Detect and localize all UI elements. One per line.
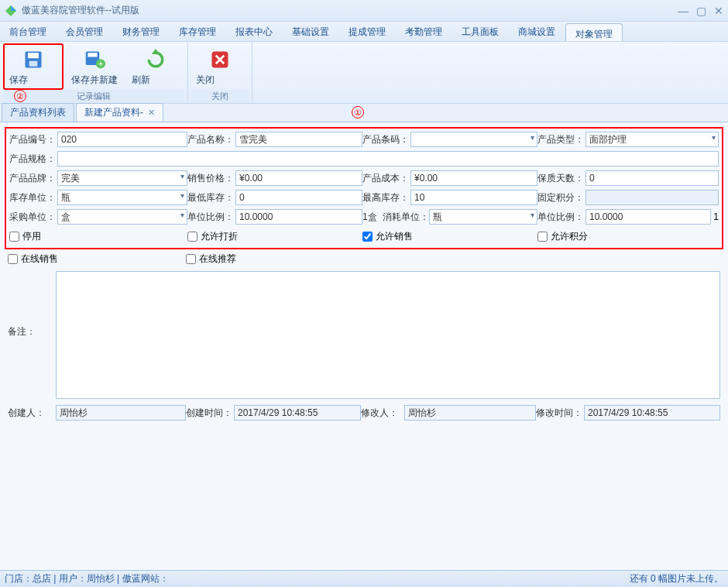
titlebar: 傲蓝美容院管理软件--试用版 — ▢ ✕ xyxy=(0,0,728,22)
modifier-label: 修改人： xyxy=(361,407,404,420)
creator-label: 创建人： xyxy=(8,407,56,420)
menu-basic[interactable]: 基础设置 xyxy=(283,22,339,41)
stock-unit-label: 库存单位： xyxy=(9,191,57,204)
allow-points-label: 允许积分 xyxy=(551,230,588,243)
status-left: 门店：总店 | 用户：周怡杉 | 傲蓝网站： xyxy=(5,572,169,585)
app-icon xyxy=(5,5,17,17)
refresh-icon xyxy=(143,47,168,72)
disabled-checkbox[interactable]: 停用 xyxy=(9,230,41,243)
highlighted-form-section: 产品编号： 产品名称： 产品条码： 产品类型： 产品规格： 产品品牌： 销售价格… xyxy=(5,127,723,249)
tab-product-list[interactable]: 产品资料列表 xyxy=(2,103,74,122)
allow-sale-checkbox[interactable]: 允许销售 xyxy=(362,230,413,243)
menu-object[interactable]: 对象管理 xyxy=(565,23,623,41)
save-new-label: 保存并新建 xyxy=(71,74,119,87)
purchase-unit-select[interactable] xyxy=(57,209,187,225)
barcode-label: 产品条码： xyxy=(362,133,410,146)
stock-unit-select[interactable] xyxy=(57,190,187,205)
remarks-textarea[interactable] xyxy=(56,271,720,399)
barcode-input[interactable] xyxy=(410,132,537,147)
product-name-input[interactable] xyxy=(235,132,362,147)
maximize-button[interactable]: ▢ xyxy=(696,5,706,17)
refresh-label: 刷新 xyxy=(132,74,180,87)
unit-ratio2-label: 单位比例： xyxy=(537,211,585,224)
tab-close-icon[interactable]: ✕ xyxy=(148,108,155,118)
menu-commission[interactable]: 提成管理 xyxy=(339,22,396,41)
online-sale-label: 在线销售 xyxy=(21,252,58,266)
close-icon xyxy=(208,47,232,72)
product-code-label: 产品编号： xyxy=(9,133,57,146)
brand-label: 产品品牌： xyxy=(9,172,57,185)
cost-input[interactable] xyxy=(410,170,537,186)
min-stock-input[interactable] xyxy=(235,190,362,205)
unit-ratio-label: 单位比例： xyxy=(187,211,235,224)
menubar: 前台管理 会员管理 财务管理 库存管理 报表中心 基础设置 提成管理 考勤管理 … xyxy=(0,22,728,42)
remarks-label: 备注： xyxy=(8,271,56,399)
svg-rect-3 xyxy=(28,53,39,58)
tabstrip: 产品资料列表 新建产品资料- ✕ ① xyxy=(0,104,728,122)
shelf-days-input[interactable] xyxy=(585,170,719,186)
consume-unit-select[interactable] xyxy=(429,209,537,225)
save-new-icon: + xyxy=(83,47,108,72)
menu-tools[interactable]: 工具面板 xyxy=(452,22,509,41)
unit-ratio2-input[interactable] xyxy=(585,209,711,225)
svg-rect-6 xyxy=(88,53,97,57)
modify-time-label: 修改时间： xyxy=(536,407,584,420)
product-type-label: 产品类型： xyxy=(537,133,585,146)
save-icon xyxy=(21,47,46,72)
form-area: 产品编号： 产品名称： 产品条码： 产品类型： 产品规格： 产品品牌： 销售价格… xyxy=(0,122,728,427)
menu-finance[interactable]: 财务管理 xyxy=(113,22,170,41)
save-label: 保存 xyxy=(9,74,57,87)
menu-attendance[interactable]: 考勤管理 xyxy=(396,22,452,41)
one-suffix: 1 xyxy=(711,211,719,222)
product-name-label: 产品名称： xyxy=(187,133,235,146)
allow-sale-label: 允许销售 xyxy=(376,230,413,243)
one-box-label: 1盒 xyxy=(362,211,383,224)
allow-discount-label: 允许打折 xyxy=(201,230,238,243)
spec-input[interactable] xyxy=(57,151,719,166)
marker-2: ② xyxy=(14,90,26,102)
purchase-unit-label: 采购单位： xyxy=(9,211,57,224)
fixed-points-label: 固定积分： xyxy=(537,191,585,204)
spec-label: 产品规格： xyxy=(9,153,57,166)
online-sale-checkbox[interactable]: 在线销售 xyxy=(8,252,58,266)
online-recommend-label: 在线推荐 xyxy=(199,252,236,266)
svg-marker-1 xyxy=(11,5,16,11)
online-recommend-checkbox[interactable]: 在线推荐 xyxy=(186,252,236,266)
fixed-points-input[interactable] xyxy=(585,190,719,205)
allow-discount-checkbox[interactable]: 允许打折 xyxy=(187,230,238,243)
save-button[interactable]: 保存 xyxy=(3,43,64,90)
ribbon-group-edit: 保存 + 保存并新建 刷新 记录编辑 xyxy=(0,42,188,103)
status-right: 还有 0 幅图片未上传。 xyxy=(630,572,723,585)
product-type-select[interactable] xyxy=(585,132,719,147)
menu-frontdesk[interactable]: 前台管理 xyxy=(0,22,57,41)
create-time-label: 创建时间： xyxy=(186,407,234,420)
close-button[interactable]: 关闭 xyxy=(191,43,249,90)
menu-report[interactable]: 报表中心 xyxy=(226,22,283,41)
menu-member[interactable]: 会员管理 xyxy=(57,22,113,41)
save-and-new-button[interactable]: + 保存并新建 xyxy=(67,43,124,90)
menu-inventory[interactable]: 库存管理 xyxy=(170,22,226,41)
sale-price-input[interactable] xyxy=(235,170,362,186)
modifier-field xyxy=(404,405,536,421)
sale-price-label: 销售价格： xyxy=(187,172,235,185)
tab-new-product[interactable]: 新建产品资料- ✕ xyxy=(76,103,163,122)
menu-mall[interactable]: 商城设置 xyxy=(509,22,565,41)
refresh-button[interactable]: 刷新 xyxy=(127,43,184,90)
consume-unit-label: 消耗单位： xyxy=(383,211,429,224)
minimize-button[interactable]: — xyxy=(678,5,689,17)
creator-field xyxy=(56,405,186,421)
product-code-input[interactable] xyxy=(57,132,187,147)
close-window-button[interactable]: ✕ xyxy=(714,5,723,17)
allow-points-checkbox[interactable]: 允许积分 xyxy=(537,230,588,243)
svg-marker-9 xyxy=(152,49,160,54)
create-time-field xyxy=(234,405,361,421)
max-stock-label: 最高库存： xyxy=(362,191,410,204)
max-stock-input[interactable] xyxy=(410,190,537,205)
brand-select[interactable] xyxy=(57,170,187,186)
unit-ratio-input[interactable] xyxy=(235,209,362,225)
statusbar: 门店：总店 | 用户：周怡杉 | 傲蓝网站： 还有 0 幅图片未上传。 xyxy=(0,570,728,587)
tab-new-product-label: 新建产品资料- xyxy=(84,106,143,119)
svg-text:+: + xyxy=(98,58,103,67)
min-stock-label: 最低库存： xyxy=(187,191,235,204)
marker-1: ① xyxy=(352,106,364,118)
